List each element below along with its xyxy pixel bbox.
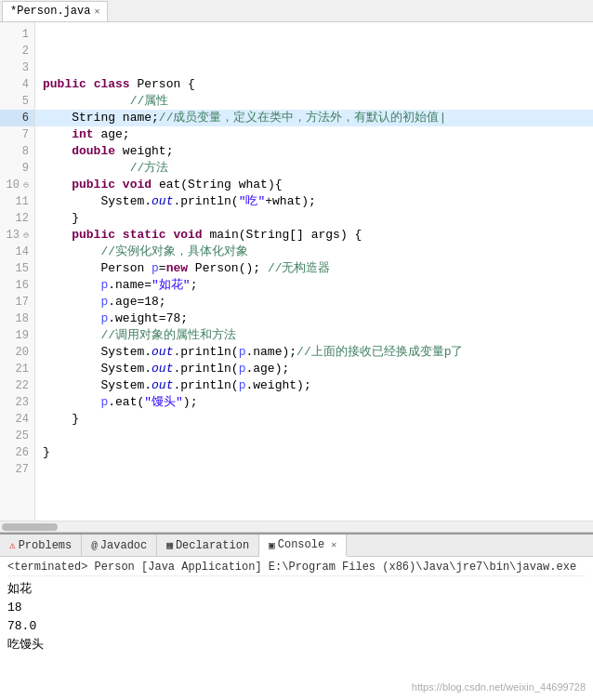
line-1 <box>35 26 593 43</box>
tab-declaration-label: Declaration <box>176 539 249 552</box>
line-23: p.eat("馒头"); <box>35 394 593 411</box>
console-terminated-line: <terminated> Person [Java Application] E… <box>7 561 586 576</box>
line-26: } <box>35 444 593 461</box>
ln-9: 9 <box>0 160 34 177</box>
javadoc-icon: @ <box>91 540 98 551</box>
bottom-panel: ⚠ Problems @ Javadoc ▦ Declaration ▣ Con… <box>0 533 593 700</box>
ln-21: 21 <box>0 361 34 377</box>
line-25 <box>35 428 593 444</box>
line-19: //调用对象的属性和方法 <box>35 327 593 344</box>
line-3 <box>35 59 593 76</box>
line-24: } <box>35 411 593 428</box>
ln-10: 10⊖ <box>0 177 34 193</box>
line-20: System.out.println(p.name);//上面的接收已经换成变量… <box>35 344 593 361</box>
line-21: System.out.println(p.age); <box>35 361 593 377</box>
ln-27: 27 <box>0 461 34 478</box>
line-22: System.out.println(p.weight); <box>35 377 593 394</box>
line-15: Person p=new Person(); //无构造器 <box>35 260 593 277</box>
declaration-icon: ▦ <box>166 539 173 551</box>
ln-7: 7 <box>0 126 34 143</box>
tab-close-icon[interactable]: ✕ <box>94 6 99 17</box>
watermark: https://blog.csdn.net/weixin_44699728 <box>412 681 586 693</box>
editor-tab-person[interactable]: *Person.java ✕ <box>2 1 108 21</box>
line-13: public static void main(String[] args) { <box>35 227 593 244</box>
ln-22: 22 <box>0 377 34 394</box>
line-27 <box>35 461 593 478</box>
problems-icon: ⚠ <box>9 539 16 551</box>
code-content[interactable]: public class Person { //属性 String name;/… <box>35 22 593 521</box>
ln-18: 18 <box>0 310 34 327</box>
ln-8: 8 <box>0 143 34 160</box>
ln-5: 5 <box>0 93 34 110</box>
ln-6: 6 <box>0 110 34 126</box>
console-line-2: 18 <box>7 599 586 617</box>
console-line-1: 如花 <box>7 580 586 599</box>
ln-12: 12 <box>0 210 34 227</box>
line-10: public void eat(String what){ <box>35 177 593 193</box>
line-18: p.weight=78; <box>35 310 593 327</box>
line-8: double weight; <box>35 143 593 160</box>
tab-declaration[interactable]: ▦ Declaration <box>157 535 259 557</box>
editor-area: *Person.java ✕ 1 2 3 4 5 6 7 8 9 10⊖ 11 … <box>0 0 593 533</box>
tab-javadoc[interactable]: @ Javadoc <box>82 535 157 557</box>
tab-console[interactable]: ▣ Console ✕ <box>259 535 347 557</box>
ln-1: 1 <box>0 26 34 43</box>
line-17: p.age=18; <box>35 294 593 310</box>
ln-24: 24 <box>0 411 34 428</box>
console-line-3: 78.0 <box>7 617 586 636</box>
ln-19: 19 <box>0 327 34 344</box>
line-9: //方法 <box>35 160 593 177</box>
scrollbar-thumb[interactable] <box>2 523 58 531</box>
ln-3: 3 <box>0 59 34 76</box>
ln-26: 26 <box>0 444 34 461</box>
code-editor: 1 2 3 4 5 6 7 8 9 10⊖ 11 12 13⊖ 14 15 16… <box>0 22 593 521</box>
console-close-icon[interactable]: ✕ <box>331 539 336 550</box>
line-6: String name;//成员变量，定义在类中，方法外，有默认的初始值| <box>35 110 593 126</box>
tab-javadoc-label: Javadoc <box>100 539 147 552</box>
ln-14: 14 <box>0 244 34 260</box>
line-numbers: 1 2 3 4 5 6 7 8 9 10⊖ 11 12 13⊖ 14 15 16… <box>0 22 35 521</box>
tab-problems-label: Problems <box>19 539 72 552</box>
console-icon: ▣ <box>269 539 275 551</box>
ln-16: 16 <box>0 277 34 294</box>
ln-20: 20 <box>0 344 34 361</box>
line-16: p.name="如花"; <box>35 277 593 294</box>
ln-4: 4 <box>0 76 34 93</box>
ln-13: 13⊖ <box>0 227 34 244</box>
line-5: //属性 <box>35 93 593 110</box>
editor-tab-bar: *Person.java ✕ <box>0 0 593 22</box>
ln-25: 25 <box>0 428 34 444</box>
tab-label: *Person.java <box>10 5 90 18</box>
line-4: public class Person { <box>35 76 593 93</box>
panel-tab-bar: ⚠ Problems @ Javadoc ▦ Declaration ▣ Con… <box>0 535 593 557</box>
ln-23: 23 <box>0 394 34 411</box>
console-line-4: 吃馒头 <box>7 636 586 654</box>
horizontal-scrollbar[interactable] <box>0 521 593 532</box>
ln-2: 2 <box>0 43 34 59</box>
line-11: System.out.println("吃"+what); <box>35 193 593 210</box>
ln-11: 11 <box>0 193 34 210</box>
line-7: int age; <box>35 126 593 143</box>
ln-15: 15 <box>0 260 34 277</box>
tab-console-label: Console <box>278 538 324 551</box>
line-12: } <box>35 210 593 227</box>
ln-17: 17 <box>0 294 34 310</box>
console-output: <terminated> Person [Java Application] E… <box>0 557 593 700</box>
tab-problems[interactable]: ⚠ Problems <box>0 535 82 557</box>
line-14: //实例化对象，具体化对象 <box>35 244 593 260</box>
line-2 <box>35 43 593 59</box>
